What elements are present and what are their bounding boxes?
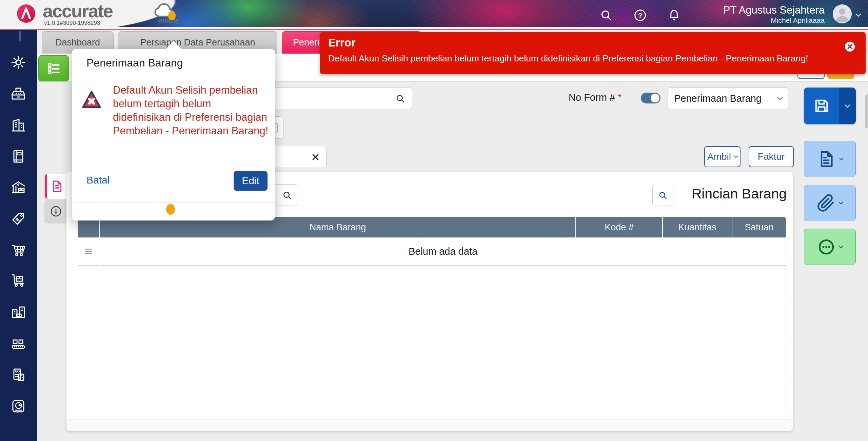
notifications-button[interactable] xyxy=(665,6,684,25)
paperclip-icon xyxy=(817,194,835,212)
sidebar-item-settings[interactable] xyxy=(10,54,26,71)
conveyor-icon xyxy=(10,335,26,352)
edit-button-label: Edit xyxy=(242,175,259,187)
chevron-down-icon xyxy=(839,156,844,160)
chevron-down-icon xyxy=(839,244,843,248)
tab-dashboard-label: Dashboard xyxy=(55,37,100,48)
building-icon xyxy=(10,117,26,134)
save-split-button[interactable] xyxy=(804,88,856,124)
attachment-button[interactable] xyxy=(804,185,856,221)
info-icon xyxy=(50,205,62,218)
row-drag-cell[interactable] xyxy=(78,237,99,266)
checklist-icon xyxy=(46,61,61,76)
ambil-label: Ambil xyxy=(707,151,731,162)
global-search-button[interactable] xyxy=(597,6,616,25)
no-form-label: No Form # * xyxy=(569,92,622,103)
sidebar-item-price-tag-rp[interactable]: Rp xyxy=(10,211,26,227)
sidebar-item-purchase-cart[interactable] xyxy=(10,243,26,259)
help-button[interactable]: ? xyxy=(631,6,650,25)
more-actions-button[interactable] xyxy=(804,229,856,265)
sidebar-item-ledger[interactable] xyxy=(10,149,26,165)
cash-register-icon xyxy=(10,86,26,102)
column-header-kode: Kode # xyxy=(576,217,662,237)
dialog-loading-dot xyxy=(166,204,175,215)
svg-text:TAX: TAX xyxy=(14,370,21,373)
search-icon xyxy=(599,8,613,22)
sidebar-item-cash-register[interactable] xyxy=(10,86,26,102)
header-status-dot xyxy=(168,11,176,20)
accurate-logo[interactable] xyxy=(16,4,36,23)
chevron-down-icon xyxy=(777,95,783,100)
document-actions-button[interactable] xyxy=(804,141,856,177)
toast-close-icon[interactable] xyxy=(845,41,855,52)
faktur-button[interactable]: Faktur xyxy=(749,146,794,167)
help-icon: ? xyxy=(633,8,647,22)
sidebar-item-tax[interactable]: TAX xyxy=(10,367,26,383)
save-floppy-icon xyxy=(813,97,830,115)
user-name: Michel Apriliaaaa xyxy=(771,16,825,24)
app-root: accurate v1.0.1#3090-1998293 online ? PT xyxy=(0,0,868,441)
brand-wordmark: accurate xyxy=(43,0,113,22)
chevron-down-icon xyxy=(845,102,850,108)
header-accent-line xyxy=(0,29,868,30)
pink-document-icon xyxy=(50,179,64,193)
save-button[interactable] xyxy=(804,88,839,124)
pie-report-icon xyxy=(10,398,26,415)
drag-handle-icon[interactable] xyxy=(84,248,93,255)
person-icon xyxy=(833,4,852,23)
save-options-chevron[interactable] xyxy=(839,88,856,124)
toast-title: Error xyxy=(328,36,356,49)
empty-data-text: Belum ada data xyxy=(409,246,477,257)
column-label: Kuantitas xyxy=(678,222,716,233)
sidebar-item-delivery-trolley[interactable] xyxy=(10,273,26,289)
side-tab-info[interactable] xyxy=(45,200,67,223)
form-type-select[interactable]: Penerimaan Barang xyxy=(668,88,788,109)
shopping-cart-icon xyxy=(10,243,26,259)
column-label: Nama Barang xyxy=(310,222,366,233)
gear-icon xyxy=(10,54,26,71)
user-menu-chevron-icon[interactable] xyxy=(856,12,861,17)
search-icon[interactable] xyxy=(282,190,293,201)
book-icon xyxy=(10,149,26,165)
top-header: accurate v1.0.1#3090-1998293 online ? PT xyxy=(0,0,868,28)
column-label: Satuan xyxy=(745,222,774,233)
logo-swoosh xyxy=(0,0,258,28)
column-header-kuantitas: Kuantitas xyxy=(663,217,732,237)
chevron-down-icon xyxy=(734,154,738,158)
sidebar-item-warehouse-bank[interactable] xyxy=(10,180,26,196)
column-header-satuan: Satuan xyxy=(732,217,786,237)
panel-footer xyxy=(66,419,793,431)
dialog-footer-divider xyxy=(72,203,275,203)
search-icon[interactable] xyxy=(395,93,406,104)
app-version: v1.0.1#3090-1998293 xyxy=(44,20,100,26)
sidebar-item-company[interactable] xyxy=(10,117,26,134)
form-type-value: Penerimaan Barang xyxy=(674,93,778,104)
clear-x-icon[interactable] xyxy=(312,153,319,161)
dialog-title-text: Penerimaan Barang xyxy=(86,57,183,69)
empty-data-row: Belum ada data xyxy=(100,237,786,266)
sidebar-item-report[interactable] xyxy=(10,398,26,415)
sidebar-nav: Rp xyxy=(0,30,37,441)
svg-text:?: ? xyxy=(638,12,642,19)
no-form-label-text: No Form # xyxy=(569,92,615,103)
warning-triangle-icon xyxy=(80,89,103,111)
page-scrollbar-thumb[interactable] xyxy=(865,94,868,128)
side-tab-detail[interactable] xyxy=(45,174,67,199)
error-toast: Error Default Akun Selisih pembelian bel… xyxy=(320,32,866,74)
table-right-dotted-edge xyxy=(786,237,786,417)
sidebar-item-fixed-asset[interactable] xyxy=(10,304,26,321)
document-icon xyxy=(817,150,836,169)
user-avatar[interactable] xyxy=(833,4,852,23)
sidebar-item-manufacture[interactable] xyxy=(10,335,26,352)
sidebar-scrollbar-thumb[interactable] xyxy=(19,31,21,41)
detail-search-button[interactable] xyxy=(652,185,673,206)
detail-section-title: Rincian Barang xyxy=(692,186,787,202)
company-name: PT Agustus Sejahtera xyxy=(723,4,825,16)
cancel-button[interactable]: Batal xyxy=(86,174,110,186)
list-view-button[interactable] xyxy=(38,55,69,81)
bell-icon xyxy=(667,8,681,22)
no-form-toggle[interactable] xyxy=(641,93,660,103)
edit-button[interactable]: Edit xyxy=(234,171,268,191)
toggle-knob xyxy=(651,94,659,102)
ambil-button[interactable]: Ambil xyxy=(704,146,741,167)
